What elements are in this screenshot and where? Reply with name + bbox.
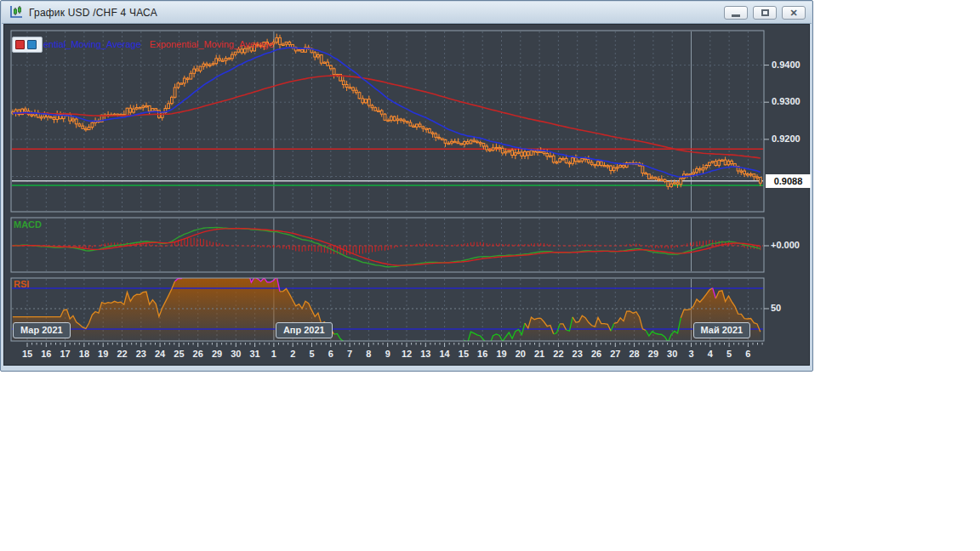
- macd-panel[interactable]: [11, 218, 764, 272]
- time-label: 7: [339, 349, 360, 359]
- time-label: 20: [510, 349, 531, 359]
- time-label: 22: [548, 349, 568, 359]
- time-label: 6: [321, 349, 341, 359]
- time-label: 18: [74, 349, 94, 359]
- macd-zero-label: +0.000: [771, 240, 800, 250]
- main-price-panel[interactable]: [11, 31, 764, 212]
- indicator-buttons: [12, 37, 43, 53]
- rsi-label: RSI: [14, 279, 29, 289]
- ema-fast-legend: ential_Moving_Average: [43, 39, 141, 49]
- month-tag-april: Апр 2021: [276, 322, 333, 338]
- time-label: 5: [719, 349, 739, 359]
- time-label: 1: [264, 349, 284, 359]
- time-axis: 1516171819222324252629303112567891213141…: [1, 349, 814, 364]
- time-label: 26: [586, 349, 607, 359]
- time-label: 29: [207, 349, 227, 359]
- time-label: 17: [55, 349, 76, 359]
- time-label: 19: [492, 349, 512, 359]
- time-label: 25: [168, 349, 189, 359]
- time-label: 23: [567, 349, 588, 359]
- time-label: 9: [378, 349, 398, 359]
- time-label: 4: [700, 349, 721, 359]
- time-label: 30: [662, 349, 682, 359]
- time-label: 16: [36, 349, 56, 359]
- time-label: 12: [396, 349, 417, 359]
- price-tick-0.9400: 0.9400: [772, 60, 801, 70]
- time-label: 24: [150, 349, 170, 359]
- current-price-tag: 0.9088: [766, 174, 811, 188]
- price-tick-0.9200: 0.9200: [772, 133, 801, 144]
- month-tag-may: Май 2021: [693, 322, 751, 338]
- chart-window: График USD /CHF 4 ЧАСА ✕: [0, 0, 813, 372]
- ema-slow-legend: Exponential_Moving_Average: [150, 39, 274, 49]
- rsi-mid-label: 50: [771, 303, 781, 313]
- time-label: 15: [453, 349, 474, 359]
- ema-blue-button[interactable]: [27, 40, 37, 49]
- time-label: 22: [112, 349, 133, 359]
- time-label: 3: [681, 349, 702, 359]
- time-label: 21: [529, 349, 550, 359]
- time-label: 2: [282, 349, 303, 359]
- rsi-panel[interactable]: [11, 278, 764, 341]
- time-label: 27: [605, 349, 625, 359]
- time-label: 23: [131, 349, 151, 359]
- time-label: 14: [435, 349, 455, 359]
- time-label: 30: [225, 349, 246, 359]
- macd-label: MACD: [14, 219, 42, 230]
- time-label: 19: [93, 349, 113, 359]
- time-label: 13: [415, 349, 436, 359]
- indicator-legend: ential_Moving_Average Exponential_Moving…: [43, 39, 274, 49]
- time-label: 6: [738, 349, 758, 359]
- time-label: 29: [643, 349, 664, 359]
- time-label: 15: [17, 349, 37, 359]
- price-scale[interactable]: [765, 26, 812, 366]
- time-label: 26: [188, 349, 208, 359]
- time-label: 5: [302, 349, 322, 359]
- price-tick-0.9300: 0.9300: [772, 96, 801, 106]
- time-label: 28: [624, 349, 645, 359]
- time-label: 31: [245, 349, 265, 359]
- ema-red-button[interactable]: [15, 40, 25, 49]
- time-label: 16: [472, 349, 493, 359]
- desktop: График USD /CHF 4 ЧАСА ✕: [0, 0, 980, 551]
- month-tag-march: Мар 2021: [13, 322, 71, 338]
- time-label: 8: [358, 349, 379, 359]
